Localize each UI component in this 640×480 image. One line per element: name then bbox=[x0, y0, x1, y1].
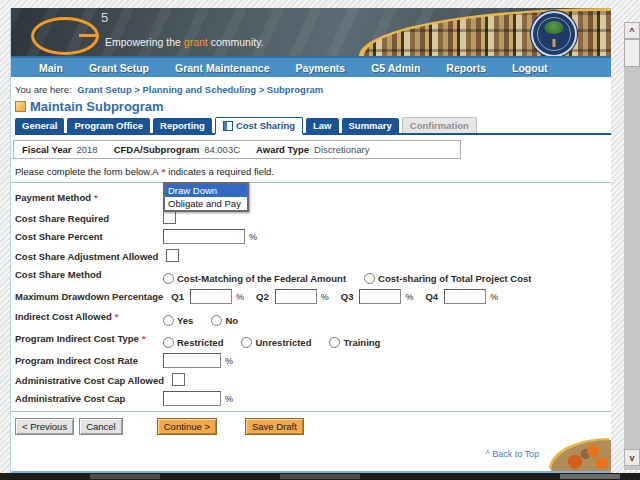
g5-logo-g-shape bbox=[31, 17, 99, 55]
q3-label: Q3 bbox=[341, 291, 354, 302]
indirect-cost-allowed-option-no[interactable]: No bbox=[211, 315, 238, 326]
indirect-cost-allowed-option-yes[interactable]: Yes bbox=[163, 315, 193, 326]
cost-share-required-checkbox[interactable] bbox=[163, 211, 176, 224]
tagline: Empowering the grant community. bbox=[105, 36, 264, 48]
required-star: * bbox=[162, 166, 166, 177]
tab-cost-sharing[interactable]: Cost Sharing bbox=[215, 117, 303, 135]
chevron-up-icon: ^ bbox=[629, 26, 634, 36]
previous-button[interactable]: < Previous bbox=[15, 418, 74, 435]
fiscal-year-field: Fiscal Year2018 bbox=[22, 144, 98, 155]
radio-cost-sharing[interactable] bbox=[364, 273, 375, 284]
page-title-icon bbox=[15, 101, 26, 112]
back-to-top-link[interactable]: ^ Back to Top bbox=[485, 449, 539, 459]
chevron-down-icon: v bbox=[629, 453, 634, 463]
q2-label: Q2 bbox=[256, 291, 269, 302]
cancel-button[interactable]: Cancel bbox=[79, 418, 123, 435]
page-title: Maintain Subprogram bbox=[30, 99, 164, 114]
cost-share-adjustment-allowed-label: Cost Share Adjustment Allowed bbox=[15, 249, 158, 262]
nav-g5-admin[interactable]: G5 Admin bbox=[371, 62, 420, 74]
breadcrumb-path[interactable]: Grant Setup > Planning and Scheduling > … bbox=[77, 84, 323, 95]
tab-bar: General Program Office Reporting Cost Sh… bbox=[15, 117, 611, 135]
radio-unrestricted[interactable] bbox=[241, 337, 252, 348]
nav-reports[interactable]: Reports bbox=[446, 62, 486, 74]
g5-application-window: 5 Empowering the grant community. Main G… bbox=[0, 0, 640, 480]
q1-input[interactable] bbox=[190, 289, 232, 304]
radio-yes[interactable] bbox=[163, 315, 174, 326]
form-instruction: Please complete the form below.A*indicat… bbox=[15, 166, 611, 177]
radio-no[interactable] bbox=[211, 315, 222, 326]
tab-reporting[interactable]: Reporting bbox=[153, 118, 212, 133]
save-draft-button[interactable]: Save Draft bbox=[245, 418, 304, 435]
payment-method-row: Payment Method* Draw Down Obligate and P… bbox=[15, 190, 611, 206]
cost-sharing-tab-icon bbox=[223, 121, 233, 131]
q3-input[interactable] bbox=[359, 289, 401, 304]
payment-method-label: Payment Method* bbox=[15, 190, 155, 203]
cost-type-option-training[interactable]: Training bbox=[329, 337, 380, 348]
q2-input[interactable] bbox=[275, 289, 317, 304]
program-indirect-cost-rate-label: Program Indirect Cost Rate bbox=[15, 353, 155, 366]
program-indirect-cost-rate-row: Program Indirect Cost Rate % bbox=[15, 353, 611, 368]
nav-main[interactable]: Main bbox=[39, 62, 63, 74]
vertical-scrollbar[interactable]: ^ v bbox=[624, 22, 640, 470]
cost-share-percent-input[interactable] bbox=[163, 229, 245, 244]
divider-bottom bbox=[11, 411, 611, 412]
tab-summary[interactable]: Summary bbox=[342, 118, 399, 133]
cost-share-method-label: Cost Share Method bbox=[15, 267, 155, 280]
header-banner: 5 Empowering the grant community. bbox=[11, 8, 611, 56]
administrative-cost-cap-input[interactable] bbox=[163, 391, 221, 406]
scroll-down-button[interactable]: v bbox=[624, 449, 640, 466]
tagline-grant-highlight: grant bbox=[184, 36, 208, 48]
tab-law[interactable]: Law bbox=[306, 118, 338, 133]
context-bar: Fiscal Year2018 CFDA/Subprogram84.003C A… bbox=[13, 140, 461, 159]
page-title-bar: Maintain Subprogram bbox=[15, 99, 611, 114]
department-of-education-seal-icon bbox=[531, 11, 577, 56]
radio-training[interactable] bbox=[329, 337, 340, 348]
tab-confirmation: Confirmation bbox=[402, 117, 477, 133]
administrative-cost-cap-allowed-label: Administrative Cost Cap Allowed bbox=[15, 373, 164, 386]
administrative-cost-cap-allowed-checkbox[interactable] bbox=[172, 373, 185, 386]
q4-label: Q4 bbox=[425, 291, 438, 302]
nav-payments[interactable]: Payments bbox=[296, 62, 346, 74]
seal-tree-trunk bbox=[553, 39, 556, 47]
tab-general[interactable]: General bbox=[15, 118, 64, 133]
administrative-cost-cap-label: Administrative Cost Cap bbox=[15, 391, 155, 404]
classroom-chairs-image bbox=[551, 440, 611, 471]
program-indirect-cost-type-row: Program Indirect Cost Type* Restricted U… bbox=[15, 331, 611, 348]
continue-button[interactable]: Continue > bbox=[157, 418, 217, 435]
q1-label: Q1 bbox=[171, 291, 184, 302]
cost-share-adjustment-allowed-checkbox[interactable] bbox=[166, 249, 179, 262]
scroll-up-button[interactable]: ^ bbox=[624, 22, 640, 39]
cost-share-required-label: Cost Share Required bbox=[15, 211, 155, 224]
payment-method-option-draw-down[interactable]: Draw Down bbox=[165, 184, 247, 197]
back-to-top-caret-icon: ^ bbox=[485, 449, 489, 459]
cost-share-percent-row: Cost Share Percent % bbox=[15, 229, 611, 244]
nav-logout[interactable]: Logout bbox=[512, 62, 548, 74]
cost-share-adjustment-allowed-row: Cost Share Adjustment Allowed bbox=[15, 249, 611, 262]
scrollbar-thumb[interactable] bbox=[624, 39, 640, 67]
administrative-cost-cap-allowed-row: Administrative Cost Cap Allowed bbox=[15, 373, 611, 386]
main-nav: Main Grant Setup Grant Maintenance Payme… bbox=[11, 56, 611, 77]
cost-type-option-restricted[interactable]: Restricted bbox=[163, 337, 223, 348]
cost-share-method-option-total-project[interactable]: Cost-sharing of Total Project Cost bbox=[364, 273, 531, 284]
page-content: 5 Empowering the grant community. Main G… bbox=[10, 8, 611, 473]
cost-share-required-row: Cost Share Required bbox=[15, 211, 611, 224]
radio-restricted[interactable] bbox=[163, 337, 174, 348]
cfda-subprogram-field: CFDA/Subprogram84.003C bbox=[114, 144, 240, 155]
nav-grant-setup[interactable]: Grant Setup bbox=[89, 62, 149, 74]
maximum-drawdown-percentage-row: Maximum Drawdown Percentage Q1 % Q2 % Q3… bbox=[15, 289, 611, 304]
tab-program-office[interactable]: Program Office bbox=[67, 118, 150, 133]
payment-method-option-obligate-and-pay[interactable]: Obligate and Pay bbox=[165, 197, 247, 210]
q4-input[interactable] bbox=[444, 289, 486, 304]
nav-grant-maintenance[interactable]: Grant Maintenance bbox=[175, 62, 270, 74]
cost-share-percent-label: Cost Share Percent bbox=[15, 229, 155, 242]
bottom-dark-strip bbox=[0, 473, 640, 480]
radio-cost-matching[interactable] bbox=[163, 273, 174, 284]
payment-method-listbox[interactable]: Draw Down Obligate and Pay bbox=[163, 182, 249, 212]
breadcrumb-prefix: You are here: bbox=[15, 84, 72, 95]
cost-type-option-unrestricted[interactable]: Unrestricted bbox=[241, 337, 311, 348]
maximum-drawdown-percentage-label: Maximum Drawdown Percentage bbox=[15, 289, 163, 302]
cost-share-method-option-federal[interactable]: Cost-Matching of the Federal Amount bbox=[163, 273, 346, 284]
administrative-cost-cap-row: Administrative Cost Cap % bbox=[15, 391, 611, 406]
program-indirect-cost-rate-input[interactable] bbox=[163, 353, 221, 368]
cost-share-method-row: Cost Share Method Cost-Matching of the F… bbox=[15, 267, 611, 284]
